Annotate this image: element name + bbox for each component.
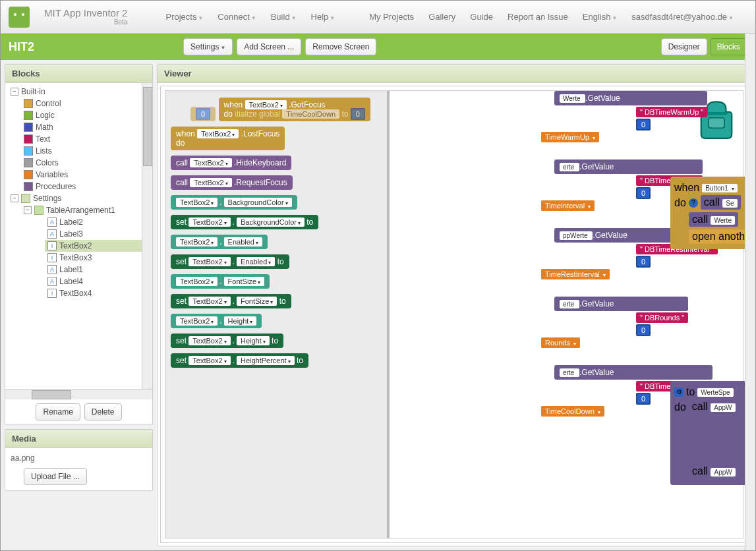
tree-scrollbar[interactable] [142, 83, 152, 389]
block-set-bgcolor[interactable]: set TextBox2▾.BackgroundColor▾ to [171, 215, 318, 229]
blocks-canvas[interactable]: Werte .GetValuetag DBTimeWarmUp valueIfT… [160, 86, 748, 543]
block-to-wertesp[interactable]: ⚙toWerteSpe docall AppW call AppW [670, 381, 748, 485]
block-hidekeyboard[interactable]: call TextBox2▾ .HideKeyboard [171, 156, 291, 170]
blocks-panel-header: Blocks [5, 65, 152, 83]
menu-report[interactable]: Report an Issue [508, 12, 568, 22]
add-screen-button[interactable]: Add Screen ... [237, 38, 301, 55]
block-get-enabled[interactable]: TextBox2▾.Enabled▾ [171, 235, 268, 249]
tree-cat-procedures[interactable]: Procedures [21, 181, 150, 192]
block-requestfocus[interactable]: call TextBox2▾ .RequestFocus [171, 175, 293, 190]
block-get-fontsize[interactable]: TextBox2▾.FontSize▾ [171, 274, 270, 289]
tree-comp-label4[interactable]: ALabel4 [45, 276, 150, 287]
brand-sub: Beta [44, 18, 127, 26]
menu-user[interactable]: sasdfasdt4ret@yahoo.de▼ [631, 12, 734, 22]
project-toolbar: HIT2 Settings▼ Add Screen ... Remove Scr… [1, 34, 755, 60]
block-getvalue-3[interactable]: erte .GetValuetag DBRounds valueIfTagNot… [554, 297, 688, 349]
brand: MIT App Inventor 2 Beta [44, 8, 127, 26]
block-when-button1[interactable]: whenButton1 ▾ do?call Se call Werte open… [670, 177, 748, 249]
block-getvalue-0[interactable]: Werte .GetValuetag DBTimeWarmUp valueIfT… [554, 91, 707, 144]
media-panel-header: Media [5, 430, 152, 448]
designer-button[interactable]: Designer [661, 38, 707, 55]
tree-settings[interactable]: −Settings [8, 192, 150, 204]
blocks-flyout: 0 when TextBox2▾ .GotFocus do itialize g… [165, 91, 390, 538]
menu-help[interactable]: Help▼ [311, 12, 335, 22]
viewer-header: Viewer [158, 65, 751, 83]
settings-button[interactable]: Settings▼ [183, 38, 233, 55]
blocks-button[interactable]: Blocks [710, 38, 747, 55]
block-set-fontsize[interactable]: set TextBox2▾.FontSize▾ to [171, 294, 291, 308]
tree-cat-text[interactable]: Text [21, 133, 150, 145]
block-set-enabled[interactable]: set TextBox2▾.Enabled▾ to [171, 254, 289, 269]
project-name: HIT2 [9, 40, 34, 54]
tree-comp-textbox4[interactable]: ITextBox4 [45, 287, 150, 299]
top-menu: Projects▼ Connect▼ Build▼ Help▼ My Proje… [165, 12, 747, 22]
tree-builtin[interactable]: −Built-in [8, 86, 150, 98]
block-set-heightpct[interactable]: set TextBox2▾.HeightPercent▾ to [171, 353, 308, 368]
delete-button[interactable]: Delete [84, 403, 122, 420]
rename-button[interactable]: Rename [36, 403, 80, 420]
block-get-height[interactable]: TextBox2▾.Height▾ [171, 314, 262, 328]
tree-cat-colors[interactable]: Colors [21, 157, 150, 169]
block-get-bgcolor[interactable]: TextBox2▾.BackgroundColor▾ [171, 195, 297, 210]
upload-file-button[interactable]: Upload File ... [24, 468, 87, 485]
menu-gallery[interactable]: Gallery [428, 12, 455, 22]
tree-cat-logic[interactable]: Logic [21, 109, 150, 121]
menu-connect[interactable]: Connect▼ [218, 12, 256, 22]
window-scrollbar[interactable] [745, 34, 755, 550]
main-area: Blocks −Built-in ControlLogicMathTextLis… [1, 60, 755, 550]
top-menu-bar: MIT App Inventor 2 Beta Projects▼ Connec… [1, 1, 755, 34]
tree-hscroll[interactable] [5, 389, 152, 399]
app-inventor-logo [9, 7, 30, 28]
blocks-panel: Blocks −Built-in ControlLogicMathTextLis… [5, 64, 153, 425]
menu-projects[interactable]: Projects▼ [165, 12, 203, 22]
workspace-background-blocks: Werte .GetValuetag DBTimeWarmUp valueIfT… [396, 91, 743, 538]
blocks-tree: −Built-in ControlLogicMathTextListsColor… [5, 83, 152, 302]
remove-screen-button[interactable]: Remove Screen [305, 38, 376, 55]
tree-comp-label1[interactable]: ALabel1 [45, 264, 150, 276]
tree-cat-lists[interactable]: Lists [21, 145, 150, 157]
tree-cat-variables[interactable]: Variables [21, 169, 150, 181]
block-set-height[interactable]: set TextBox2▾.Height▾ to [171, 334, 283, 348]
menu-myprojects[interactable]: My Projects [369, 12, 414, 22]
menu-build[interactable]: Build▼ [271, 12, 297, 22]
brand-title: MIT App Inventor 2 [44, 8, 127, 19]
viewer-panel: Viewer Werte .GetValuetag DBTimeWarmUp v… [157, 64, 751, 546]
tree-comp-label2[interactable]: ALabel2 [45, 216, 150, 228]
block-lostfocus[interactable]: when TextBox2▾ .LostFocus do [171, 127, 285, 150]
ghost-block: 0 [190, 107, 216, 121]
tree-comp-label3[interactable]: ALabel3 [45, 228, 150, 240]
menu-guide[interactable]: Guide [470, 12, 493, 22]
media-panel: Media aa.png Upload File ... [5, 429, 153, 491]
tree-cat-math[interactable]: Math [21, 121, 150, 133]
tree-cat-control[interactable]: Control [21, 98, 150, 109]
media-file[interactable]: aa.png [11, 453, 147, 463]
tree-comp-textbox2[interactable]: ITextBox2 [45, 240, 150, 252]
menu-language[interactable]: English▼ [583, 12, 618, 22]
block-gotfocus[interactable]: when TextBox2▾ .GotFocus do itialize glo… [219, 98, 370, 121]
tree-comp-textbox3[interactable]: ITextBox3 [45, 252, 150, 264]
tree-tablearrangement[interactable]: −TableArrangement1 [21, 204, 150, 216]
